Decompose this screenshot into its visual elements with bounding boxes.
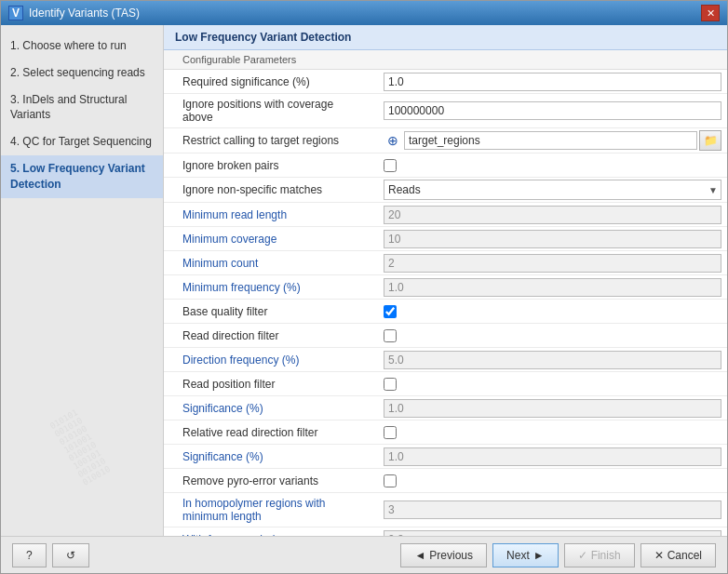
next-button[interactable]: Next ► <box>492 543 559 567</box>
control-min-read-length <box>378 204 727 226</box>
input-min-count[interactable] <box>384 254 721 273</box>
form-area: Configurable Parameters Required signifi… <box>164 50 727 536</box>
sidebar-item-step1[interactable]: 1. Choose where to run <box>1 33 163 60</box>
form-row-min-count: Minimum count <box>164 251 727 275</box>
sidebar-item-step4[interactable]: 4. QC for Target Sequencing <box>1 128 163 155</box>
checkbox-pyro-error[interactable] <box>384 474 397 487</box>
form-row-pyro-error: Remove pyro-error variants <box>164 469 727 493</box>
cancel-button[interactable]: ✕ Cancel <box>640 543 716 567</box>
input-significance-1[interactable] <box>384 399 721 418</box>
label-direction-freq: Direction frequency (%) <box>164 350 378 370</box>
control-min-coverage <box>378 228 727 250</box>
target-regions-add-icon[interactable]: ⊕ <box>384 131 402 150</box>
input-direction-freq[interactable] <box>384 351 721 369</box>
close-button[interactable]: ✕ <box>701 5 720 21</box>
finish-check-icon: ✓ <box>578 549 587 562</box>
checkbox-broken-pairs[interactable] <box>384 159 397 172</box>
form-row-significance: Required significance (%) <box>164 70 727 94</box>
sidebar: 1. Choose where to run 2. Select sequenc… <box>1 25 164 536</box>
previous-button[interactable]: ◄ Previous <box>400 543 487 567</box>
control-required-significance <box>378 71 727 93</box>
control-broken-pairs <box>378 157 727 174</box>
select-wrapper-nonspecific: Reads None Both ▼ <box>384 180 721 200</box>
form-row-min-read-length: Minimum read length <box>164 203 727 227</box>
finish-label: Finish <box>591 549 621 562</box>
label-nonspecific: Ignore non-specific matches <box>164 180 378 200</box>
form-row-freq-below: With frequency below <box>164 527 727 536</box>
label-significance-1: Significance (%) <box>164 398 378 419</box>
title-bar-left: V Identify Variants (TAS) <box>8 6 140 20</box>
control-significance-2 <box>378 446 727 468</box>
control-min-count <box>378 252 727 274</box>
checkbox-base-quality[interactable] <box>384 305 397 318</box>
checkbox-read-direction[interactable] <box>384 329 397 342</box>
browse-button[interactable]: 📁 <box>699 130 721 151</box>
control-nonspecific: Reads None Both ▼ <box>378 178 727 202</box>
sidebar-item-step2[interactable]: 2. Select sequencing reads <box>1 60 163 87</box>
label-base-quality: Base quality filter <box>164 301 378 322</box>
panel-header: Low Frequency Variant Detection <box>164 25 727 50</box>
window-icon: V <box>8 6 23 20</box>
main-window: V Identify Variants (TAS) ✕ 1. Choose wh… <box>0 0 728 574</box>
cancel-x-icon: ✕ <box>654 549 664 562</box>
form-row-read-direction: Read direction filter <box>164 324 727 348</box>
section-header: Configurable Parameters <box>164 50 727 70</box>
form-row-homopolymer: In homopolymer regions with minimum leng… <box>164 493 727 527</box>
sidebar-item-step5[interactable]: 5. Low Frequency Variant Detection <box>1 155 163 198</box>
input-target-regions[interactable] <box>404 131 697 150</box>
label-broken-pairs: Ignore broken pairs <box>164 155 378 176</box>
label-min-read-length: Minimum read length <box>164 205 378 225</box>
input-min-read-length[interactable] <box>384 206 721 224</box>
finish-button[interactable]: ✓ Finish <box>564 543 635 567</box>
next-arrow-icon: ► <box>533 549 545 562</box>
footer: ? ↺ ◄ Previous Next ► ✓ Finish ✕ Cancel <box>1 536 727 573</box>
label-freq-below: With frequency below <box>164 529 378 537</box>
reset-button[interactable]: ↺ <box>52 543 89 567</box>
label-min-count: Minimum count <box>164 253 378 274</box>
checkbox-relative-direction[interactable] <box>384 426 397 439</box>
previous-label: Previous <box>429 549 473 562</box>
checkbox-read-position[interactable] <box>384 378 397 391</box>
form-row-base-quality: Base quality filter <box>164 300 727 324</box>
footer-right: ◄ Previous Next ► ✓ Finish ✕ Cancel <box>400 543 716 567</box>
label-relative-direction: Relative read direction filter <box>164 422 378 443</box>
input-required-significance[interactable] <box>384 73 721 91</box>
window-title: Identify Variants (TAS) <box>29 7 140 20</box>
input-min-coverage[interactable] <box>384 230 721 248</box>
form-row-relative-direction: Relative read direction filter <box>164 420 727 445</box>
control-read-position <box>378 376 727 393</box>
form-row-direction-freq: Direction frequency (%) <box>164 348 727 372</box>
label-homopolymer: In homopolymer regions with minimum leng… <box>164 493 378 527</box>
form-row-coverage-above: Ignore positions with coverage above <box>164 94 727 128</box>
label-target-regions: Restrict calling to target regions <box>164 130 378 151</box>
input-min-frequency[interactable] <box>384 278 721 297</box>
form-row-read-position: Read position filter <box>164 372 727 396</box>
folder-icon: 📁 <box>704 134 718 147</box>
cancel-label: Cancel <box>667 549 702 562</box>
label-coverage-above: Ignore positions with coverage above <box>164 94 378 127</box>
help-icon: ? <box>26 549 33 562</box>
control-min-frequency <box>378 276 727 299</box>
sidebar-item-step3[interactable]: 3. InDels and Structural Variants <box>1 87 163 129</box>
content-area: 1. Choose where to run 2. Select sequenc… <box>1 25 727 536</box>
label-min-frequency: Minimum frequency (%) <box>164 277 378 298</box>
next-label: Next <box>506 549 530 562</box>
form-row-broken-pairs: Ignore broken pairs <box>164 154 727 178</box>
control-coverage-above <box>378 100 727 122</box>
main-panel: Low Frequency Variant Detection Configur… <box>164 25 727 536</box>
input-significance-2[interactable] <box>384 447 721 466</box>
label-min-coverage: Minimum coverage <box>164 229 378 249</box>
label-read-direction: Read direction filter <box>164 326 378 346</box>
footer-left: ? ↺ <box>12 543 89 567</box>
control-direction-freq <box>378 349 727 371</box>
form-row-significance-1: Significance (%) <box>164 396 727 420</box>
form-row-min-coverage: Minimum coverage <box>164 227 727 251</box>
control-freq-below <box>378 528 727 537</box>
help-button[interactable]: ? <box>12 543 47 567</box>
control-significance-1 <box>378 397 727 420</box>
input-coverage-above[interactable] <box>384 101 721 120</box>
label-pyro-error: Remove pyro-error variants <box>164 471 378 491</box>
select-nonspecific[interactable]: Reads None Both <box>384 180 721 200</box>
control-homopolymer <box>378 499 727 521</box>
input-homopolymer[interactable] <box>384 501 721 519</box>
